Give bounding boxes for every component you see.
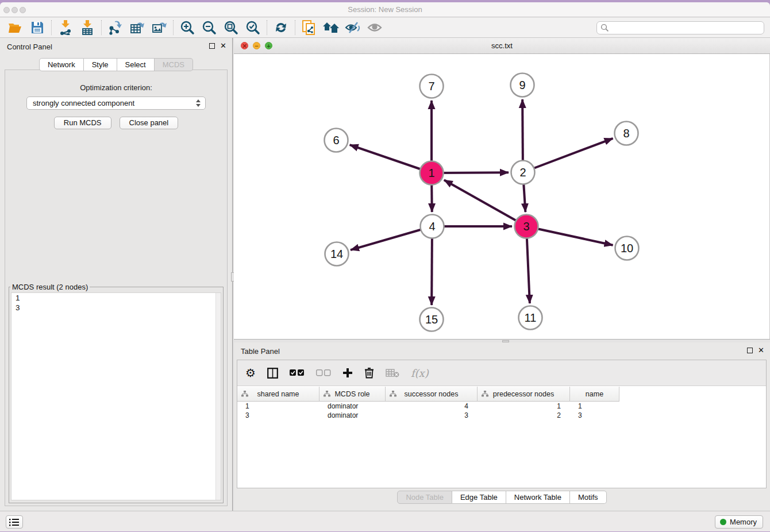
memory-button[interactable]: Memory [715,515,763,529]
toolbar-separator [51,20,52,35]
duplicate-network-icon[interactable] [298,19,320,36]
table-cell[interactable]: 2 [478,411,570,420]
home-layout-icon[interactable] [320,19,342,36]
tab-select[interactable]: Select [117,58,155,71]
export-image-icon[interactable] [148,19,170,36]
window-minimize-icon[interactable] [11,7,18,13]
graph-edge-3-1[interactable] [444,180,526,226]
table-toolbar: ⚙ [237,360,766,386]
table-cell[interactable]: 1 [570,402,619,411]
close-panel-button[interactable]: Close panel [120,117,179,129]
network-view-window: ✕ − + scc.txt 7968124314101511 [234,38,770,342]
status-bar: Memory [0,511,770,531]
table-cell[interactable]: 3 [237,411,319,420]
memory-label: Memory [730,518,757,526]
export-table-icon[interactable] [126,19,148,36]
zoom-in-icon[interactable] [176,19,198,36]
delete-table-icon[interactable] [386,364,399,381]
table-row[interactable]: 3dominator323 [237,411,766,420]
table-row[interactable]: 1dominator411 [237,402,766,411]
table-cell[interactable]: 1 [478,402,570,411]
table-cell[interactable]: dominator [319,402,386,411]
network-minimize-icon[interactable]: − [253,42,260,49]
mcds-result-box: MCDS result (2 nodes) 13 [9,283,224,503]
function-builder-icon[interactable]: f(x) [411,364,429,381]
table-cell[interactable]: 3 [386,411,478,420]
close-panel-icon[interactable]: ✕ [758,348,764,353]
graph-node-label-11: 11 [525,311,537,324]
hide-details-icon[interactable] [342,19,364,36]
tab-network-table[interactable]: Network Table [506,491,570,504]
graph-node-label-7: 7 [428,80,434,92]
column-header-shared-name[interactable]: shared name [237,387,319,402]
column-header-name[interactable]: name [570,387,619,402]
import-network-icon[interactable] [55,19,76,36]
toolbar-separator [173,20,174,35]
table-tabs: Node TableEdge TableNetwork TableMotifs [234,491,770,504]
column-layout-icon[interactable] [267,364,278,381]
graph-edge-2-8[interactable] [523,138,613,172]
graph-edge-1-6[interactable] [350,145,432,173]
close-panel-icon[interactable]: ✕ [220,43,226,49]
refresh-icon[interactable] [270,19,292,36]
window-zoom-icon[interactable] [20,7,26,13]
zoom-selected-icon[interactable] [242,19,264,36]
table-header-row: shared nameMCDS rolesuccessor nodesprede… [237,387,619,402]
graph-node-label-4: 4 [429,220,435,233]
import-table-icon[interactable] [76,19,98,36]
mcds-result-list[interactable]: 13 [11,292,221,500]
delete-icon[interactable] [364,364,374,381]
float-panel-icon[interactable] [209,43,215,49]
select-all-icon[interactable] [290,364,305,381]
memory-status-icon [720,519,726,525]
tab-mcds[interactable]: MCDS [155,58,193,71]
run-mcds-button[interactable]: Run MCDS [54,117,111,129]
tab-network[interactable]: Network [39,58,84,71]
gear-icon[interactable]: ⚙ [245,364,256,381]
graph-node-label-3: 3 [523,220,529,233]
network-graph: 7968124314101511 [234,54,769,339]
zoom-out-icon[interactable] [198,19,220,36]
mcds-result-title: MCDS result (2 nodes) [10,283,90,291]
export-network-icon[interactable] [105,19,126,36]
dropdown-stepper-icon [196,99,201,107]
window-close-icon[interactable] [3,7,10,13]
table-cell[interactable]: 3 [570,411,619,420]
control-panel-tabs: NetworkStyleSelectMCDS [0,58,232,71]
tab-motifs[interactable]: Motifs [570,491,607,504]
table-cell[interactable]: 4 [386,402,478,411]
tab-edge-table[interactable]: Edge Table [452,491,506,504]
app-window: Session: New Session [0,2,770,531]
column-header-MCDS-role[interactable]: MCDS role [319,387,386,402]
column-header-predecessor-nodes[interactable]: predecessor nodes [478,387,570,402]
graph-edge-3-10[interactable] [526,226,613,245]
graph-node-label-8: 8 [623,127,629,140]
scrollbar-track[interactable] [215,293,221,500]
show-details-icon[interactable] [364,19,386,36]
graph-edge-4-14[interactable] [351,226,432,250]
network-maximize-icon[interactable]: + [265,42,272,49]
network-close-icon[interactable]: ✕ [241,42,248,49]
zoom-fit-icon[interactable] [220,19,242,36]
graph-node-label-14: 14 [330,248,343,260]
deselect-all-icon[interactable] [316,364,331,381]
save-session-icon[interactable] [26,19,48,36]
mcds-result-item: 1 [11,293,221,303]
tab-style[interactable]: Style [84,58,117,71]
table-panel: Table Panel ✕ ⚙ [234,342,770,511]
tab-node-table[interactable]: Node Table [397,491,452,504]
graph-node-label-15: 15 [425,313,438,326]
optimization-label: Optimization criterion: [5,83,227,92]
main-toolbar [0,18,770,38]
open-session-icon[interactable] [5,19,26,36]
criterion-dropdown[interactable]: strongly connected component [26,97,206,110]
table-cell[interactable]: 1 [237,402,319,411]
table-panel-title: Table Panel [241,347,280,356]
search-input[interactable] [609,22,764,33]
table-cell[interactable]: dominator [319,411,386,420]
float-panel-icon[interactable] [747,348,753,353]
add-column-icon[interactable] [342,364,353,381]
task-history-button[interactable] [6,515,23,529]
network-canvas[interactable]: 7968124314101511 [234,54,770,339]
column-header-successor-nodes[interactable]: successor nodes [386,387,478,402]
